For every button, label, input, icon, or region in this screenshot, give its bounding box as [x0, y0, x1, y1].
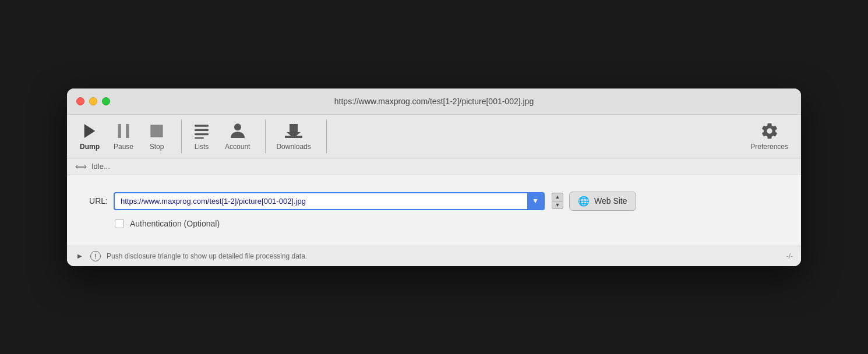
disclosure-triangle-button[interactable]: ▶	[75, 252, 84, 260]
warning-icon: !	[90, 251, 101, 261]
toolbar-group-preferences: Preferences	[744, 119, 794, 153]
svg-rect-4	[195, 125, 209, 126]
url-input[interactable]	[114, 192, 527, 210]
toolbar: Dump Pause Stop	[67, 115, 801, 158]
account-label: Account	[225, 143, 250, 151]
svg-point-8	[234, 123, 241, 130]
maximize-button[interactable]	[102, 97, 110, 105]
disclosure-text: Push disclosure triangle to show up deta…	[107, 252, 781, 260]
svg-rect-1	[118, 124, 121, 138]
pause-label: Pause	[114, 143, 133, 151]
stop-icon	[147, 122, 166, 140]
title-bar: https://www.maxprog.com/test[1-2]/pictur…	[67, 88, 801, 115]
url-input-container: ▼	[114, 192, 545, 210]
status-arrow-icon: ⟺	[75, 162, 87, 171]
minimize-button[interactable]	[89, 97, 97, 105]
preferences-button[interactable]: Preferences	[744, 119, 794, 153]
url-row: URL: ▼ ▲ ▼ 🌐 Web Site	[79, 192, 789, 211]
lists-button[interactable]: Lists	[186, 119, 217, 153]
website-button-label: Web Site	[594, 196, 627, 206]
close-button[interactable]	[76, 97, 84, 105]
status-bar: ⟺ Idle...	[67, 158, 801, 175]
svg-rect-6	[195, 133, 209, 135]
pause-button[interactable]: Pause	[108, 119, 139, 153]
progress-text: -/-	[786, 252, 793, 260]
url-stepper: ▲ ▼	[552, 193, 563, 209]
window-title: https://www.maxprog.com/test[1-2]/pictur…	[334, 97, 534, 106]
globe-icon: 🌐	[578, 196, 590, 207]
toolbar-group-downloads: Downloads	[270, 119, 326, 153]
url-label: URL:	[79, 196, 108, 206]
lists-icon	[192, 122, 211, 140]
preferences-label: Preferences	[750, 143, 788, 151]
svg-marker-0	[84, 124, 96, 138]
svg-rect-2	[126, 124, 129, 138]
url-dropdown-button[interactable]: ▼	[527, 192, 545, 210]
downloads-button[interactable]: Downloads	[270, 119, 316, 153]
main-window: https://www.maxprog.com/test[1-2]/pictur…	[67, 88, 801, 266]
auth-checkbox[interactable]	[115, 219, 124, 228]
website-button[interactable]: 🌐 Web Site	[569, 192, 636, 211]
auth-label: Authentication (Optional)	[130, 219, 220, 228]
play-icon	[80, 122, 99, 140]
auth-row: Authentication (Optional)	[115, 219, 789, 228]
downloads-icon	[283, 122, 305, 140]
stepper-up-button[interactable]: ▲	[552, 193, 563, 201]
main-content: URL: ▼ ▲ ▼ 🌐 Web Site Authentication (Op…	[67, 175, 801, 246]
toolbar-group-lists: Lists Account	[186, 119, 266, 153]
account-button[interactable]: Account	[219, 119, 256, 153]
svg-rect-7	[195, 137, 204, 139]
downloads-label: Downloads	[276, 143, 310, 151]
stop-label: Stop	[150, 143, 164, 151]
svg-rect-3	[150, 125, 163, 137]
traffic-lights	[76, 97, 110, 105]
stepper-down-button[interactable]: ▼	[552, 201, 563, 209]
dump-label: Dump	[80, 143, 100, 151]
stop-button[interactable]: Stop	[142, 119, 172, 153]
bottom-bar: ▶ ! Push disclosure triangle to show up …	[67, 246, 801, 266]
dump-button[interactable]: Dump	[74, 119, 105, 153]
toolbar-group-main: Dump Pause Stop	[74, 119, 182, 153]
gear-icon	[760, 122, 779, 140]
status-text: Idle...	[91, 162, 110, 171]
lists-label: Lists	[195, 143, 209, 151]
pause-icon	[114, 122, 133, 140]
account-icon	[228, 122, 247, 140]
svg-rect-5	[195, 129, 209, 130]
